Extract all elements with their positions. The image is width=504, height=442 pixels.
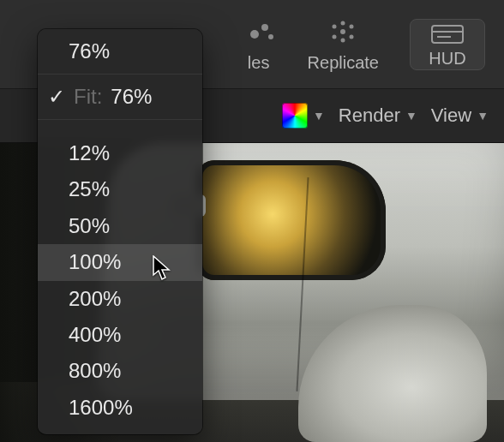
zoom-current[interactable]: 76% bbox=[38, 29, 202, 75]
replicate-label: Replicate bbox=[308, 53, 379, 73]
scene-car-window bbox=[197, 160, 386, 280]
zoom-menu: 76% ✓ Fit: 76% 12%25%50%100%200%400%800%… bbox=[38, 29, 202, 434]
chevron-down-icon: ▼ bbox=[405, 109, 417, 122]
render-menu[interactable]: Render ▼ bbox=[339, 105, 417, 127]
chevron-down-icon: ▼ bbox=[477, 109, 489, 122]
zoom-option[interactable]: 400% bbox=[38, 317, 202, 353]
svg-point-0 bbox=[250, 30, 259, 39]
svg-point-6 bbox=[333, 35, 337, 39]
view-menu[interactable]: View ▼ bbox=[431, 105, 489, 127]
particles-icon bbox=[248, 15, 277, 48]
hud-button[interactable]: HUD bbox=[410, 19, 485, 70]
replicate-icon bbox=[328, 15, 357, 48]
svg-point-9 bbox=[341, 39, 345, 43]
particles-label: les bbox=[248, 53, 270, 73]
svg-point-8 bbox=[341, 21, 345, 26]
view-label: View bbox=[431, 105, 471, 127]
svg-point-5 bbox=[350, 25, 354, 29]
color-picker[interactable]: ▼ bbox=[282, 103, 325, 128]
zoom-option[interactable]: 800% bbox=[38, 353, 202, 389]
svg-point-2 bbox=[268, 34, 273, 39]
svg-point-7 bbox=[350, 35, 354, 39]
zoom-fit-label: Fit: bbox=[74, 85, 102, 109]
replicate-button[interactable]: Replicate bbox=[308, 15, 379, 73]
chevron-down-icon: ▼ bbox=[313, 109, 325, 122]
checkmark-icon: ✓ bbox=[48, 85, 65, 109]
particles-button[interactable]: les bbox=[248, 15, 277, 73]
zoom-option[interactable]: 100% bbox=[38, 244, 202, 280]
svg-point-3 bbox=[340, 29, 345, 34]
svg-rect-10 bbox=[432, 26, 463, 43]
zoom-option[interactable]: 1600% bbox=[38, 390, 202, 426]
zoom-fit-value: 76% bbox=[111, 85, 152, 109]
zoom-fit-row[interactable]: ✓ Fit: 76% bbox=[38, 75, 202, 120]
zoom-option[interactable]: 200% bbox=[38, 281, 202, 317]
zoom-option[interactable]: 50% bbox=[38, 208, 202, 244]
zoom-options-list: 12%25%50%100%200%400%800%1600% bbox=[38, 120, 202, 426]
hud-label: HUD bbox=[429, 49, 465, 69]
render-label: Render bbox=[339, 105, 400, 127]
color-swatch-icon bbox=[282, 103, 308, 128]
zoom-option[interactable]: 25% bbox=[38, 171, 202, 207]
zoom-option[interactable]: 12% bbox=[38, 135, 202, 171]
svg-point-4 bbox=[333, 25, 337, 29]
svg-point-1 bbox=[261, 24, 268, 31]
hud-icon bbox=[430, 25, 465, 44]
